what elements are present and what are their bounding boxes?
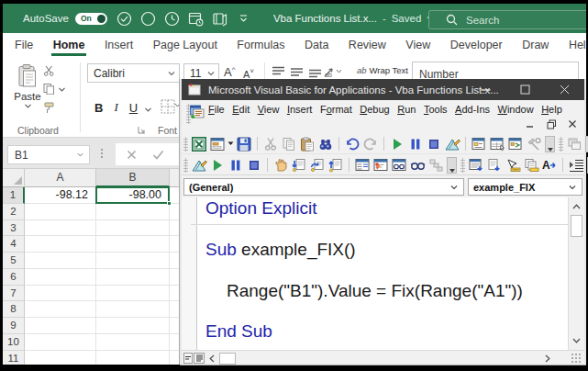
horizontal-scroll-thumb[interactable] [219,353,236,365]
select-all-corner[interactable] [3,169,25,187]
toolbox-icon[interactable] [526,136,542,152]
row-header-1[interactable]: 1 [3,187,25,204]
find-icon[interactable] [317,136,334,152]
full-module-view-button[interactable] [194,353,205,364]
vba-menu-debug[interactable]: Debug [358,100,391,118]
row-header-8[interactable]: 8 [3,301,25,318]
close-icon[interactable] [545,79,584,100]
column-header-b[interactable]: B [96,169,170,187]
saved-status[interactable]: Saved [392,13,422,24]
scroll-up-icon[interactable] [569,199,584,214]
align-top-icon[interactable] [272,66,285,78]
cell-B11[interactable] [96,351,170,365]
tab-page-layout[interactable]: Page Layout [144,33,227,57]
dropdown-arrow-icon[interactable] [227,141,235,146]
tab-review[interactable]: Review [339,33,395,57]
cell-B3[interactable] [96,220,170,237]
code-line-7[interactable]: End Sub [205,321,568,342]
watch-window-icon[interactable] [391,157,407,173]
cell-A7[interactable] [25,286,96,302]
row-header-2[interactable]: 2 [3,204,25,220]
object-browser-icon[interactable] [507,136,524,152]
cell-A11[interactable] [25,351,96,365]
row-header-11[interactable]: 11 [3,351,25,365]
design-mode-icon[interactable] [444,136,460,152]
cell-B7[interactable] [96,286,170,302]
step-out-icon[interactable] [327,157,344,173]
tab-draw[interactable]: Draw [513,33,558,57]
row-header-5[interactable]: 5 [3,253,25,269]
scroll-right-icon[interactable] [541,353,554,365]
view-excel-icon[interactable] [191,136,207,152]
row-header-6[interactable]: 6 [3,269,25,286]
maximize-icon[interactable] [505,79,545,100]
vba-menu-add-ins[interactable]: Add-Ins [453,100,492,118]
tab-home[interactable]: Home [44,33,94,57]
name-box[interactable]: B1 [7,145,90,164]
shrink-font-button[interactable]: A˅ [243,67,254,80]
cell-A1[interactable]: -98.12 [25,187,96,204]
format-painter-button[interactable] [43,102,65,114]
enter-check-icon[interactable] [152,150,164,160]
row-header-10[interactable]: 10 [3,334,25,351]
resize-grip[interactable] [571,353,582,363]
align-bottom-icon[interactable] [308,66,322,78]
toolbar-grip[interactable] [460,158,465,173]
align-middle-icon[interactable] [290,66,304,78]
wrap-text-button[interactable]: ab Wrap Text [357,65,408,75]
mdi-close-icon[interactable] [566,118,579,130]
italic-button[interactable]: I [114,100,117,115]
redo-icon[interactable] [362,136,379,152]
code-window-icon[interactable] [190,105,205,118]
vertical-scrollbar[interactable] [568,197,584,350]
cell-A5[interactable] [25,253,96,269]
call-stack-icon[interactable] [427,157,444,173]
properties-window-icon[interactable] [489,136,505,152]
print-preview-icon[interactable] [188,11,204,27]
indent-icon[interactable] [568,157,584,173]
save-check-icon[interactable] [116,11,132,27]
row-header-4[interactable]: 4 [3,236,25,253]
pause-icon[interactable] [227,157,244,173]
row-header-7[interactable]: 7 [3,286,25,302]
grow-font-button[interactable]: A^ [224,65,235,79]
design-mode-icon[interactable] [191,157,207,173]
copy-button[interactable] [43,84,65,95]
code-line-2[interactable] [205,219,568,239]
bold-button[interactable]: B [94,101,103,115]
code-editor[interactable]: Option ExplicitSub example_FIX()Range("B… [198,198,568,350]
toolbar-grip[interactable] [183,158,188,173]
cell-A4[interactable] [25,236,96,253]
quick-info-icon[interactable] [505,157,521,173]
parameter-info-icon[interactable] [523,157,539,173]
cell-A10[interactable] [25,334,96,351]
mdi-restore-icon[interactable] [545,118,558,130]
pause-icon[interactable] [407,136,424,152]
customize-qat-chevron-icon[interactable] [236,11,251,27]
cell-B4[interactable] [96,236,170,253]
vertical-scroll-thumb[interactable] [571,215,582,237]
code-line-1[interactable]: Option Explicit [205,198,568,219]
windows-icon[interactable] [566,136,582,152]
formula-bar-grip[interactable] [101,149,103,158]
immediate-window-icon[interactable] [372,157,389,173]
cancel-icon[interactable] [127,150,137,160]
mdi-minimize-icon[interactable] [524,118,537,130]
underline-button[interactable]: U [129,101,138,115]
row-header-9[interactable]: 9 [3,318,25,334]
paste-button[interactable]: Paste [10,64,45,130]
row-header-3[interactable]: 3 [3,220,25,237]
tab-formulas[interactable]: Formulas [227,33,294,57]
toolbar-grip[interactable] [559,137,563,152]
code-line-5[interactable]: Range("B1").Value = Fix(Range("A1")) [205,281,568,301]
cell-B10[interactable] [96,334,170,351]
orientation-icon[interactable]: ab [323,65,341,79]
font-name-combo[interactable]: Calibri [87,63,180,83]
toolbar-overflow-icon[interactable] [447,157,457,174]
cell-A2[interactable] [25,204,96,220]
autosave-toggle[interactable]: On [75,13,107,25]
cell-A8[interactable] [25,301,96,318]
project-explorer-icon[interactable] [471,136,487,152]
run-icon[interactable] [389,136,405,152]
copy-icon[interactable] [281,136,297,152]
